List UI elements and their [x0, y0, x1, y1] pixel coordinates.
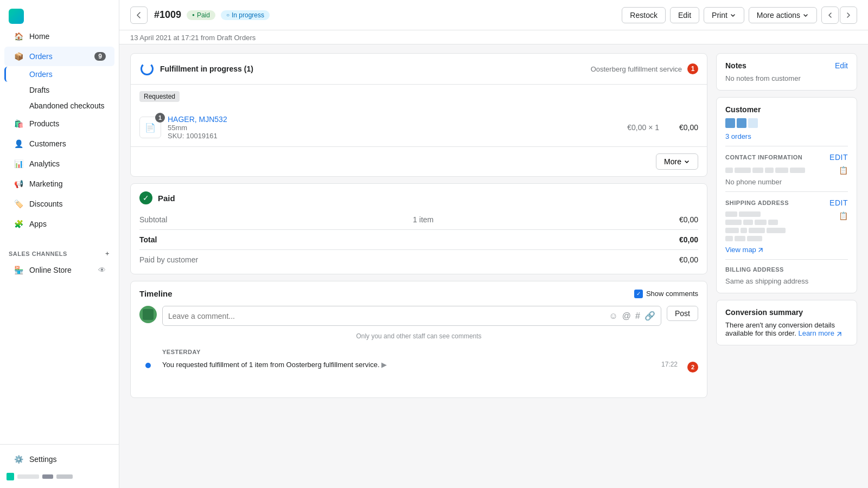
products-icon: 🛍️ [13, 118, 24, 129]
store-footer-bar1 [17, 474, 39, 479]
show-comments-checkbox[interactable]: ✓ [634, 290, 643, 298]
avatar-block-1 [725, 118, 735, 128]
copy-contact-icon[interactable]: 📋 [839, 166, 848, 175]
marketing-icon: 📢 [13, 178, 24, 189]
mention-icon[interactable]: @ [622, 311, 631, 321]
fulfillment-service: Oosterberg fulfillment service [591, 65, 682, 73]
sidebar-item-analytics[interactable]: 📊 Analytics [4, 154, 114, 174]
store-footer-icon [7, 473, 14, 480]
sidebar: 🏠 Home 📦 Orders 9 Orders Drafts Abandone… [0, 0, 119, 488]
notes-edit-button[interactable]: Edit [835, 61, 848, 70]
billing-divider [725, 259, 848, 260]
sidebar-sub-item-orders[interactable]: Orders [4, 67, 114, 82]
view-map-link[interactable]: View map [725, 246, 848, 254]
emoji-icon[interactable]: ☺ [609, 311, 617, 321]
payment-title: Paid [158, 194, 175, 203]
restock-button[interactable]: Restock [622, 7, 666, 23]
fulfillment-spinner-icon [139, 61, 155, 76]
fulfillment-title: Fulfillment in progress (1) [160, 65, 585, 73]
product-unit-price: €0,00 × 1 [627, 123, 659, 132]
content-area: Fulfillment in progress (1) Oosterberg f… [119, 44, 868, 488]
customer-orders-link[interactable]: 3 orders [725, 132, 848, 140]
sidebar-item-online-store[interactable]: 🏪 Online Store 👁 [4, 260, 114, 280]
timeline-card: Timeline ✓ Show comments ☺ @ [130, 281, 707, 398]
sidebar-item-orders[interactable]: 📦 Orders 9 [4, 47, 114, 66]
timeline-dot [145, 363, 151, 368]
online-store-settings-icon[interactable]: 👁 [98, 266, 106, 274]
more-button[interactable]: More [656, 153, 698, 170]
yesterday-label: YESTERDAY [131, 344, 707, 357]
product-icon: 📄 1 [139, 117, 161, 138]
contact-edit-button[interactable]: Edit [829, 153, 848, 162]
apps-icon: 🧩 [13, 219, 24, 229]
learn-more-link[interactable]: Learn more [798, 329, 834, 337]
customer-card: Customer 3 orders CONTACT INFORMATION Ed… [716, 97, 857, 293]
store-footer-bar2 [42, 474, 53, 479]
edit-button[interactable]: Edit [670, 7, 699, 23]
store-footer-bar3 [56, 474, 73, 479]
show-comments-label[interactable]: ✓ Show comments [634, 290, 698, 298]
notes-card: Notes Edit No notes from customer [716, 53, 857, 91]
billing-address-label: BILLING ADDRESS [725, 266, 848, 273]
timeline-event: You requested fulfillment of 1 item from… [131, 357, 707, 376]
fulfillment-header: Fulfillment in progress (1) Oosterberg f… [131, 54, 707, 85]
paid-check-icon: ✓ [139, 191, 152, 204]
store-footer [0, 470, 119, 484]
sidebar-item-products[interactable]: 🛍️ Products [4, 114, 114, 133]
sidebar-sub-item-drafts[interactable]: Drafts [4, 82, 114, 98]
sidebar-item-marketing[interactable]: 📢 Marketing [4, 174, 114, 194]
discounts-icon: 🏷️ [13, 198, 24, 209]
next-order-button[interactable] [840, 7, 857, 24]
online-store-icon: 🏪 [13, 265, 24, 275]
inprogress-badge: In progress [221, 10, 270, 20]
prev-order-button[interactable] [821, 7, 839, 24]
product-name-link[interactable]: HAGER, MJN532 [168, 115, 621, 124]
sidebar-item-customers[interactable]: 👤 Customers [4, 134, 114, 153]
customer-divider [725, 146, 848, 146]
fulfillment-notification: 1 [687, 63, 698, 74]
billing-same-text: Same as shipping address [725, 277, 848, 285]
fulfillment-footer: More [131, 146, 707, 176]
shipping-address-row: 📋 [725, 211, 848, 246]
product-sku: SKU: 10019161 [168, 132, 621, 140]
conversion-card: Conversion summary There aren't any conv… [716, 300, 857, 345]
order-number: #1009 [154, 9, 181, 21]
sidebar-item-discounts[interactable]: 🏷️ Discounts [4, 194, 114, 214]
avatar-block-2 [737, 118, 746, 128]
attachment-icon[interactable]: 🔗 [644, 311, 655, 321]
sidebar-item-home[interactable]: 🏠 Home [4, 27, 114, 46]
content-right: Notes Edit No notes from customer Custom… [716, 53, 857, 479]
comment-input[interactable] [168, 312, 605, 320]
shipping-edit-button[interactable]: Edit [829, 198, 848, 207]
customer-card-title: Customer [725, 105, 848, 114]
user-avatar [139, 306, 157, 323]
sidebar-item-settings[interactable]: ⚙️ Settings [4, 450, 114, 469]
hashtag-icon[interactable]: # [635, 311, 640, 321]
customers-icon: 👤 [13, 138, 24, 149]
orders-icon: 📦 [13, 51, 24, 62]
copy-shipping-icon[interactable]: 📋 [839, 211, 848, 220]
print-button[interactable]: Print [704, 7, 744, 23]
conversion-title: Conversion summary [725, 308, 848, 317]
shipping-address-redacted [725, 211, 835, 246]
comment-hint: Only you and other staff can see comment… [139, 332, 698, 340]
sales-channels-header: SALES CHANNELS ＋ [0, 243, 119, 260]
paid-by-row: Paid by customer €0,00 [139, 249, 698, 267]
store-info [0, 4, 119, 26]
back-button[interactable] [130, 7, 148, 24]
sidebar-sub-item-abandoned[interactable]: Abandoned checkouts [4, 98, 114, 113]
more-actions-button[interactable]: More actions [749, 7, 817, 23]
timeline-spacer [131, 376, 707, 397]
payment-card: ✓ Paid Subtotal 1 item €0,00 Total €0,00 [130, 183, 707, 274]
order-subtitle: 13 April 2021 at 17:21 from Draft Orders [130, 34, 857, 44]
add-sales-channel-icon[interactable]: ＋ [104, 249, 111, 258]
analytics-icon: 📊 [13, 158, 24, 169]
post-button[interactable]: Post [667, 306, 698, 321]
paid-badge: Paid [187, 10, 215, 20]
sidebar-item-apps[interactable]: 🧩 Apps [4, 214, 114, 234]
comment-input-wrapper[interactable]: ☺ @ # 🔗 [162, 306, 661, 326]
settings-icon: ⚙️ [13, 454, 24, 465]
fulfillment-status: Requested [131, 85, 707, 108]
content-left: Fulfillment in progress (1) Oosterberg f… [130, 53, 707, 479]
event-arrow-icon: ▶ [381, 361, 387, 369]
